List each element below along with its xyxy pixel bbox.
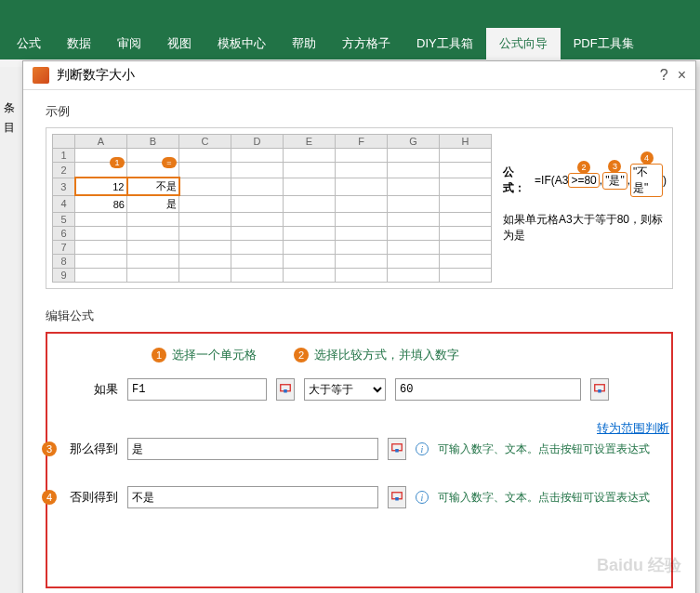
threshold-ref-button[interactable] [590,378,609,401]
close-button[interactable]: × [678,67,686,84]
ribbon-tab-0[interactable]: 公式 [4,28,54,59]
dialog-icon [33,67,49,84]
example-section-title: 示例 [46,103,673,120]
svg-rect-1 [284,389,287,393]
guide-2: 2选择比较方式，并填入数字 [294,347,459,363]
if-label: 如果 [62,381,118,398]
then-input[interactable] [127,438,378,460]
cell-input[interactable] [127,378,267,401]
svg-rect-3 [598,389,601,393]
ribbon-tabs: 公式数据审阅视图模板中心帮助方方格子DIY工具箱公式向导PDF工具集 [0,28,647,59]
else-hint: 可输入数字、文本。点击按钮可设置表达式 [438,490,650,506]
example-spreadsheet: ABCDEFGH121=312不是486是56789 [52,134,492,283]
threshold-input[interactable] [395,378,581,401]
then-hint: 可输入数字、文本。点击按钮可设置表达式 [438,441,650,457]
dialog-title: 判断数字大小 [57,67,660,84]
example-description: 如果单元格A3大于等于80，则标为是 [503,212,667,244]
guide-1: 1选择一个单元格 [152,347,257,363]
range-judge-link[interactable]: 转为范围判断 [597,420,669,437]
operator-select[interactable]: 大于等于 [304,378,386,401]
example-formula: 公式： =IF(A3 2>=80 , 3"是" , 4"不是" ) [503,164,667,197]
svg-rect-7 [395,497,399,501]
else-ref-button[interactable] [388,486,406,508]
info-icon: i [416,491,429,504]
ribbon-tab-7[interactable]: DIY工具箱 [403,28,486,59]
then-label: 那么得到 [62,441,118,457]
ribbon-tab-8[interactable]: 公式向导 [486,28,561,59]
ribbon-tab-4[interactable]: 模板中心 [205,28,279,59]
ribbon-tab-6[interactable]: 方方格子 [329,28,403,59]
info-icon: i [416,442,429,455]
ribbon-tab-2[interactable]: 审阅 [104,28,154,59]
formula-wizard-dialog: 判断数字大小 ? × 示例 ABCDEFGH121=312不是486是56789… [22,60,696,593]
example-box: ABCDEFGH121=312不是486是56789 公式： =IF(A3 2>… [46,127,673,289]
help-button[interactable]: ? [660,67,668,84]
ribbon-tab-9[interactable]: PDF工具集 [561,28,647,59]
left-strip: 条 目 [0,67,20,173]
edit-formula-panel: 1选择一个单元格 2选择比较方式，并填入数字 如果 大于等于 3 那么得到 i … [46,332,673,588]
cell-ref-button[interactable] [276,378,295,401]
edit-section-title: 编辑公式 [46,308,673,324]
else-label: 否则得到 [62,489,118,506]
ribbon-tab-3[interactable]: 视图 [154,28,205,59]
watermark: Baidu 经验 [597,554,681,576]
else-input[interactable] [127,486,378,508]
ribbon-tab-5[interactable]: 帮助 [279,28,329,59]
ribbon-tab-1[interactable]: 数据 [54,28,104,59]
svg-rect-5 [395,449,399,453]
then-ref-button[interactable] [388,438,406,460]
